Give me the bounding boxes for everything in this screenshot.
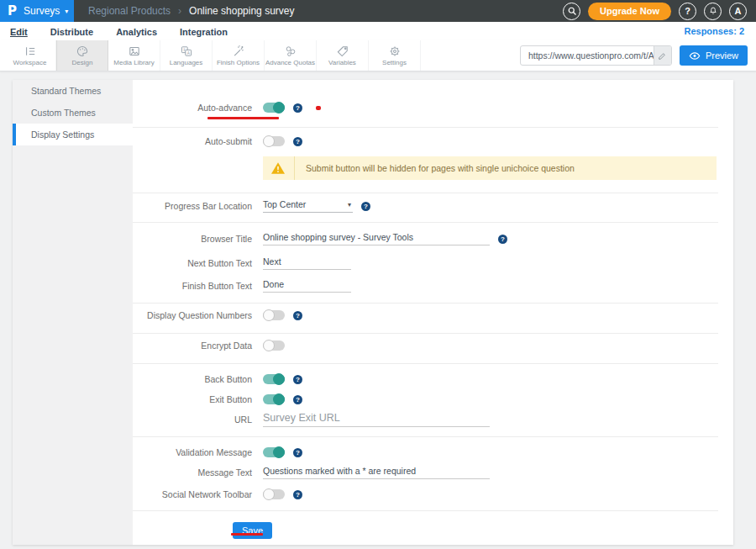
auto-advance-label: Auto-advance: [133, 103, 252, 113]
tab-integration[interactable]: Integration: [180, 25, 228, 37]
back-button-label: Back Button: [133, 374, 252, 384]
survey-url-input[interactable]: https://www.questionpro.com/t/APNrFZ: [521, 50, 654, 61]
toolbar-item-media-library[interactable]: Media Library: [108, 40, 160, 71]
edit-url-button[interactable]: [654, 46, 671, 65]
browser-title-label: Browser Title: [133, 234, 252, 244]
progress-bar-location-label: Progress Bar Location: [133, 201, 252, 211]
toolbar-label: Languages: [170, 59, 203, 66]
divider: [133, 303, 718, 304]
gear-icon: [388, 45, 402, 58]
toggle-knob: [273, 373, 285, 385]
social-network-toolbar-row: Social Network Toolbar ?: [133, 488, 733, 501]
encrypt-data-label: Encrypt Data: [133, 340, 252, 351]
tab-distribute[interactable]: Distribute: [50, 25, 93, 37]
search-icon: [567, 6, 577, 16]
encrypt-data-toggle[interactable]: [263, 340, 285, 351]
toggle-knob: [263, 309, 275, 321]
toolbar-label: Settings: [382, 59, 407, 66]
encrypt-data-row: Encrypt Data: [133, 339, 733, 352]
survey-nav: Edit Distribute Analytics Integration Re…: [0, 22, 756, 40]
breadcrumb-separator: ›: [178, 5, 181, 17]
exit-button-help-icon[interactable]: ?: [293, 395, 302, 404]
toolbar-item-workspace[interactable]: Workspace: [4, 40, 56, 71]
tab-analytics[interactable]: Analytics: [116, 25, 157, 37]
toggle-knob: [273, 102, 285, 113]
selected-option: Top Center: [263, 199, 306, 209]
display-question-numbers-row: Display Question Numbers ?: [133, 309, 733, 322]
annotation-red-dot: [316, 106, 321, 110]
upgrade-now-button[interactable]: Upgrade Now: [588, 3, 671, 20]
surveys-menu[interactable]: P Surveys ▾: [0, 0, 74, 22]
back-button-toggle[interactable]: [263, 374, 285, 384]
toolbar-item-settings[interactable]: Settings: [369, 40, 421, 71]
survey-url-box: https://www.questionpro.com/t/APNrFZ: [520, 45, 672, 66]
progress-bar-help-icon[interactable]: ?: [361, 202, 370, 211]
toolbar-item-advance-quotas[interactable]: Advance Quotas: [265, 40, 317, 71]
palette-icon: [76, 45, 89, 58]
help-button[interactable]: ?: [679, 3, 696, 20]
warning-triangle-icon: [263, 161, 294, 175]
sidebar-item-display-settings[interactable]: Display Settings: [13, 124, 133, 145]
back-button-help-icon[interactable]: ?: [293, 375, 302, 384]
annotation-underline-save: [231, 533, 263, 536]
exit-button-toggle[interactable]: [263, 394, 285, 404]
auto-advance-row: Auto-advance ?: [133, 101, 733, 114]
exit-url-input[interactable]: Survey Exit URL: [263, 412, 490, 427]
validation-message-help-icon[interactable]: ?: [293, 448, 302, 457]
translate-icon: x̄A: [180, 45, 193, 58]
display-question-numbers-help-icon[interactable]: ?: [293, 311, 302, 320]
image-icon: [128, 45, 141, 58]
toolbar-label: Advance Quotas: [265, 59, 315, 66]
display-question-numbers-toggle[interactable]: [263, 310, 285, 320]
next-button-text-label: Next Button Text: [133, 258, 252, 268]
search-button[interactable]: [563, 3, 580, 20]
product-name: Surveys: [24, 5, 60, 17]
preview-label: Preview: [706, 50, 738, 61]
toggle-knob: [263, 488, 275, 500]
toolbar-label: Finish Options: [217, 59, 260, 66]
social-network-toolbar-help-icon[interactable]: ?: [293, 490, 302, 499]
breadcrumb-current: Online shopping survey: [189, 5, 294, 17]
divider: [133, 193, 718, 193]
tab-edit[interactable]: Edit: [10, 25, 28, 37]
toolbar-item-variables[interactable]: Variables: [317, 40, 369, 71]
chain-links-icon: [284, 45, 297, 58]
auto-submit-help-icon[interactable]: ?: [293, 137, 302, 146]
divider: [133, 363, 718, 364]
avatar[interactable]: A: [729, 3, 747, 20]
sidebar-item-custom-themes[interactable]: Custom Themes: [13, 102, 133, 124]
notifications-button[interactable]: [704, 3, 722, 20]
finish-button-text-row: Finish Button Text Done: [133, 279, 733, 293]
divider: [133, 222, 718, 223]
toolbar-item-languages[interactable]: x̄A Languages: [160, 40, 213, 71]
annotation-underline-auto-advance: [207, 117, 279, 119]
finish-button-text-input[interactable]: Done: [263, 279, 351, 293]
preview-button[interactable]: Preview: [680, 45, 748, 66]
next-button-text-input[interactable]: Next: [263, 256, 351, 270]
responses-count[interactable]: Responses: 2: [684, 26, 744, 36]
auto-advance-toggle[interactable]: [263, 103, 285, 113]
validation-message-label: Validation Message: [133, 447, 252, 457]
browser-title-help-icon[interactable]: ?: [498, 235, 507, 244]
auto-submit-row: Auto-submit ?: [133, 135, 733, 148]
save-button[interactable]: Save: [233, 522, 272, 539]
validation-message-toggle[interactable]: [263, 447, 285, 457]
message-text-input[interactable]: Questions marked with a * are required: [263, 466, 490, 479]
browser-title-input[interactable]: Online shopping survey - Survey Tools: [263, 232, 490, 245]
toggle-knob: [273, 446, 285, 458]
toolbar-item-design[interactable]: Design: [56, 40, 108, 71]
toolbar-item-finish-options[interactable]: Finish Options: [213, 40, 265, 71]
chevron-down-icon: ▾: [348, 201, 351, 209]
auto-advance-help-icon[interactable]: ?: [293, 103, 302, 113]
progress-bar-location-select[interactable]: Top Center ▾: [263, 199, 353, 213]
breadcrumb-parent[interactable]: Regional Products: [88, 5, 171, 17]
design-toolbar: Workspace Design Media Library x̄A Langu…: [0, 40, 756, 71]
progress-bar-location-row: Progress Bar Location Top Center ▾ ?: [133, 199, 733, 213]
auto-submit-toggle[interactable]: [263, 136, 285, 146]
message-text-label: Message Text: [133, 467, 252, 478]
workspace-icon: [24, 45, 37, 58]
social-network-toolbar-toggle[interactable]: [263, 489, 285, 499]
sidebar-item-standard-themes[interactable]: Standard Themes: [13, 80, 133, 102]
pencil-icon: [658, 51, 667, 61]
divider: [133, 333, 718, 334]
